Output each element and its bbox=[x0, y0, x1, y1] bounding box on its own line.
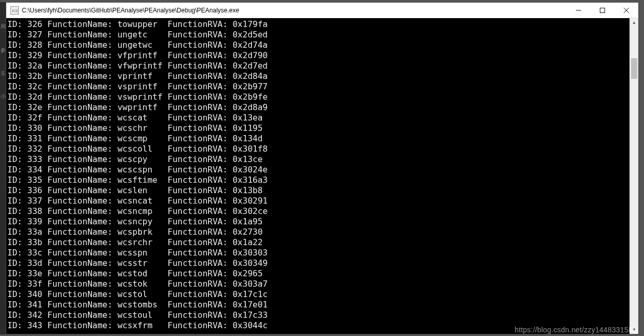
console-line: ID: 338 FunctionName: wcsncmp FunctionRV… bbox=[7, 206, 629, 217]
console-line: ID: 341 FunctionName: wcstombs FunctionR… bbox=[7, 300, 629, 310]
svg-rect-1 bbox=[600, 8, 605, 12]
console-line: ID: 32b FunctionName: vprintf FunctionRV… bbox=[7, 71, 629, 82]
minimize-button[interactable] bbox=[567, 3, 590, 18]
console-line: ID: 32d FunctionName: vswprintf Function… bbox=[7, 92, 629, 102]
console-line: ID: 33b FunctionName: wcsrchr FunctionRV… bbox=[7, 237, 629, 248]
vertical-scrollbar[interactable]: ▲ ▼ bbox=[629, 18, 638, 334]
console-output[interactable]: ID: 326 FunctionName: towupper FunctionR… bbox=[6, 18, 629, 334]
console-line: ID: 32c FunctionName: vsprintf FunctionR… bbox=[7, 82, 629, 92]
console-line: ID: 33c FunctionName: wcsspn FunctionRVA… bbox=[7, 248, 629, 258]
titlebar[interactable]: ▭ C:\Users\fyh\Documents\GitHub\PEAnalys… bbox=[6, 3, 638, 18]
watermark: https://blog.csdn.net/zzy1448331580 bbox=[515, 326, 637, 334]
maximize-button[interactable] bbox=[590, 3, 614, 18]
console-line: ID: 337 FunctionName: wcsncat FunctionRV… bbox=[7, 196, 629, 206]
console-line: ID: 32f FunctionName: wcscat FunctionRVA… bbox=[7, 113, 629, 123]
console-line: ID: 336 FunctionName: wcslen FunctionRVA… bbox=[7, 185, 629, 196]
client-area: ID: 326 FunctionName: towupper FunctionR… bbox=[6, 18, 638, 334]
console-line: ID: 33d FunctionName: wcsstr FunctionRVA… bbox=[7, 258, 629, 268]
console-line: ID: 32a FunctionName: vfwprintf Function… bbox=[7, 61, 629, 71]
console-line: ID: 326 FunctionName: towupper FunctionR… bbox=[7, 19, 629, 30]
console-line: ID: 328 FunctionName: ungetwc FunctionRV… bbox=[7, 40, 629, 50]
console-line: ID: 32e FunctionName: vwprintf FunctionR… bbox=[7, 102, 629, 113]
console-line: ID: 33a FunctionName: wcspbrk FunctionRV… bbox=[7, 227, 629, 237]
app-icon: ▭ bbox=[10, 6, 19, 15]
console-line: ID: 33e FunctionName: wcstod FunctionRVA… bbox=[7, 268, 629, 279]
console-window: ▭ C:\Users\fyh\Documents\GitHub\PEAnalys… bbox=[6, 2, 639, 334]
scroll-thumb[interactable] bbox=[631, 58, 637, 79]
console-line: ID: 342 FunctionName: wcstoul FunctionRV… bbox=[7, 310, 629, 320]
window-title: C:\Users\fyh\Documents\GitHub\PEAnalyse\… bbox=[22, 7, 567, 14]
scroll-up-button[interactable]: ▲ bbox=[630, 18, 638, 27]
window-controls bbox=[567, 3, 638, 18]
console-line: ID: 327 FunctionName: ungetc FunctionRVA… bbox=[7, 30, 629, 40]
console-line: ID: 335 FunctionName: wcsftime FunctionR… bbox=[7, 175, 629, 185]
scroll-track[interactable] bbox=[630, 27, 638, 325]
console-line: ID: 33f FunctionName: wcstok FunctionRVA… bbox=[7, 279, 629, 289]
close-button[interactable] bbox=[614, 3, 638, 18]
console-line: ID: 334 FunctionName: wcscspn FunctionRV… bbox=[7, 165, 629, 175]
console-line: ID: 329 FunctionName: vfprintf FunctionR… bbox=[7, 50, 629, 61]
editor-gutter: 局参S小 bbox=[0, 2, 6, 334]
console-line: ID: 333 FunctionName: wcscpy FunctionRVA… bbox=[7, 154, 629, 165]
console-line: ID: 332 FunctionName: wcscoll FunctionRV… bbox=[7, 144, 629, 154]
console-line: ID: 331 FunctionName: wcscmp FunctionRVA… bbox=[7, 133, 629, 144]
console-line: ID: 330 FunctionName: wcschr FunctionRVA… bbox=[7, 123, 629, 133]
console-line: ID: 339 FunctionName: wcsncpy FunctionRV… bbox=[7, 217, 629, 227]
console-line: ID: 340 FunctionName: wcstol FunctionRVA… bbox=[7, 289, 629, 300]
